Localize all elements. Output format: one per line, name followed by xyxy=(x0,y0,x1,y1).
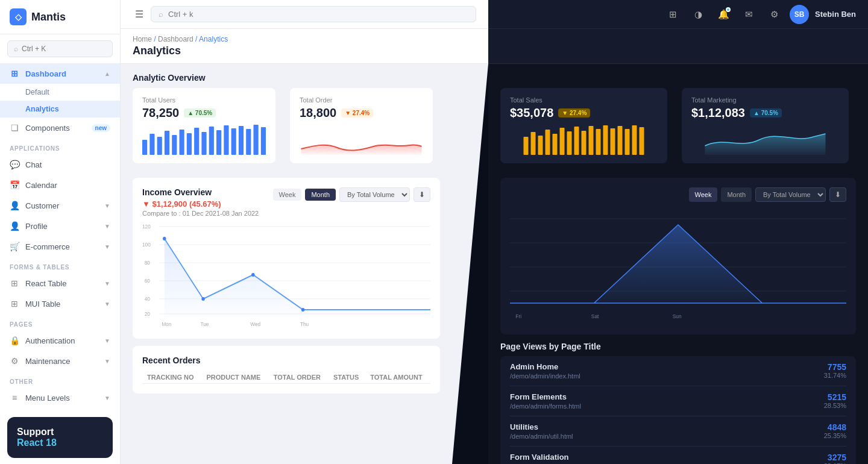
sidebar-logo: ◇ Mantis xyxy=(0,0,120,34)
svg-text:20: 20 xyxy=(145,311,150,317)
stat-value: 78,250 ▲ 70.5% xyxy=(142,106,266,120)
sidebar-item-maintenance[interactable]: ⚙ Maintenance ▼ xyxy=(0,351,120,371)
menu-icon: ≡ xyxy=(10,393,19,403)
logo-icon: ◇ xyxy=(10,8,27,25)
svg-rect-43 xyxy=(567,131,572,155)
search-icon: ⌕ xyxy=(159,10,163,19)
stat-badge: ▲ 70.5% xyxy=(750,108,782,118)
svg-rect-0 xyxy=(142,140,147,155)
svg-text:Sun: Sun xyxy=(673,313,682,319)
notification-badge xyxy=(726,7,731,12)
sidebar-search[interactable]: ⌕ xyxy=(7,40,113,57)
dashboard-icon: ⊞ xyxy=(10,69,19,78)
sidebar-subitem-analytics[interactable]: Analytics xyxy=(0,101,120,118)
dark-chart-controls: Week Month By Total Volume ⬇ xyxy=(510,187,846,202)
svg-rect-2 xyxy=(157,137,162,155)
svg-rect-8 xyxy=(201,132,206,155)
pv-title: Admin Home xyxy=(510,362,580,371)
search-input[interactable] xyxy=(22,45,106,53)
svg-rect-37 xyxy=(524,137,529,155)
pv-pct: 31.74% xyxy=(824,372,846,379)
sidebar-item-calendar[interactable]: 📅 Calendar xyxy=(0,175,120,195)
col-tracking: TRACKING NO xyxy=(142,371,201,384)
top-header: ☰ ⌕ ⊞ ◑ 🔔 ✉ ⚙ SB Stebin Ben xyxy=(121,0,868,29)
sidebar-item-components[interactable]: ❏ Components new xyxy=(0,118,120,138)
sidebar: ◇ Mantis ⌕ ⊞ Dashboard ▲ Default Analyti… xyxy=(0,0,121,464)
menu-toggle-icon[interactable]: ☰ xyxy=(133,6,146,22)
stat-card-total-sales: Total Sales $35,078 ▼ 27.4% xyxy=(500,88,667,163)
ecommerce-icon: 🛒 xyxy=(10,242,19,251)
week-btn-dark[interactable]: Week xyxy=(689,187,718,202)
pv-stats: 3275 23.17% xyxy=(824,453,846,464)
col-total-order: TOTAL ORDER xyxy=(269,371,329,384)
svg-rect-9 xyxy=(209,127,214,155)
user-name: Stebin Ben xyxy=(815,10,856,19)
sidebar-item-react-table[interactable]: ⊞ React Table ▼ xyxy=(0,273,120,293)
breadcrumb-home[interactable]: Home xyxy=(133,35,152,43)
sidebar-item-ecommerce[interactable]: 🛒 E-commerce ▼ xyxy=(0,236,120,257)
stat-card-total-order: Total Order 18,800 ▼ 27.4% xyxy=(290,88,433,163)
sidebar-item-authentication[interactable]: 🔒 Authentication ▼ xyxy=(0,330,120,351)
apps-grid-icon[interactable]: ⊞ xyxy=(663,5,682,24)
notification-icon[interactable]: 🔔 xyxy=(714,5,733,24)
svg-rect-11 xyxy=(224,125,228,155)
income-title-section: Income Overview ▼ $1,12,900 (45.67%) Com… xyxy=(142,187,259,217)
col-total-amount: TOTAL AMOUNT xyxy=(365,371,430,384)
mail-icon[interactable]: ✉ xyxy=(739,5,758,24)
header-search-bar[interactable]: ⌕ xyxy=(151,6,476,22)
month-btn-dark[interactable]: Month xyxy=(721,187,752,202)
sidebar-item-label: Customer xyxy=(25,201,59,210)
sidebar-item-profile[interactable]: 👤 Profile ▼ xyxy=(0,216,120,236)
pv-count: 7755 xyxy=(824,362,846,372)
month-btn[interactable]: Month xyxy=(305,189,336,201)
pv-info: Admin Home /demo/admin/index.html xyxy=(510,362,580,380)
sidebar-item-label: Authentication xyxy=(25,336,75,345)
header-search-input[interactable] xyxy=(168,10,241,19)
light-panel: Analytic Overview Total Users 78,250 ▲ 7… xyxy=(121,64,488,464)
dark-overview-title: . xyxy=(500,64,868,88)
svg-rect-44 xyxy=(574,127,579,155)
volume-select-dark[interactable]: By Total Volume xyxy=(755,187,826,202)
pv-item-2: Utilities /demo/admin/util.html 4848 25.… xyxy=(510,416,846,447)
chevron-icon: ▼ xyxy=(104,223,110,230)
svg-text:60: 60 xyxy=(145,278,150,284)
breadcrumb-dashboard[interactable]: Dashboard xyxy=(158,35,193,43)
chevron-icon: ▼ xyxy=(104,280,110,287)
content-area: Analytic Overview Total Users 78,250 ▲ 7… xyxy=(121,64,868,464)
volume-select[interactable]: By Total Volume xyxy=(339,187,410,202)
pv-info: Form Elements /demo/admin/forms.html xyxy=(510,392,581,410)
pv-pct: 25.35% xyxy=(824,432,846,439)
svg-text:Mon: Mon xyxy=(162,321,171,327)
sidebar-item-mui-table[interactable]: ⊞ MUI Table ▼ xyxy=(0,293,120,314)
sidebar-item-chat[interactable]: 💬 Chat xyxy=(0,154,120,175)
header-light: ☰ ⌕ xyxy=(121,0,488,29)
analytic-overview-title: Analytic Overview xyxy=(121,64,452,88)
sidebar-item-dashboard[interactable]: ⊞ Dashboard ▲ xyxy=(0,63,120,84)
pv-stats: 4848 25.35% xyxy=(824,422,846,439)
download-btn-dark[interactable]: ⬇ xyxy=(829,187,846,202)
blue-area-chart xyxy=(691,125,839,155)
svg-point-32 xyxy=(301,308,305,312)
svg-rect-5 xyxy=(180,130,184,155)
week-btn[interactable]: Week xyxy=(273,189,302,201)
sidebar-item-customer[interactable]: 👤 Customer ▼ xyxy=(0,195,120,216)
svg-text:Fri: Fri xyxy=(515,313,521,319)
pv-url: /demo/admin/util.html xyxy=(510,433,573,440)
stat-badge: ▲ 70.5% xyxy=(184,108,216,118)
svg-rect-46 xyxy=(589,126,594,155)
sidebar-subitem-default[interactable]: Default xyxy=(0,84,120,101)
download-btn[interactable]: ⬇ xyxy=(414,187,430,202)
settings-icon[interactable]: ⚙ xyxy=(764,5,784,24)
theme-icon[interactable]: ◑ xyxy=(688,5,708,24)
svg-rect-3 xyxy=(165,131,169,155)
breadcrumb-analytics: Analytics xyxy=(199,35,228,43)
sidebar-item-menu-levels[interactable]: ≡ Menu Levels ▼ xyxy=(0,387,120,408)
sidebar-item-label: Profile xyxy=(25,222,48,231)
components-icon: ❏ xyxy=(10,123,19,133)
stat-value: $1,12,083 ▲ 70.5% xyxy=(691,106,839,120)
svg-rect-47 xyxy=(596,129,601,155)
pv-pct: 28.53% xyxy=(824,402,846,409)
svg-rect-6 xyxy=(187,133,192,155)
customer-icon: 👤 xyxy=(10,201,19,210)
svg-point-30 xyxy=(201,297,205,301)
